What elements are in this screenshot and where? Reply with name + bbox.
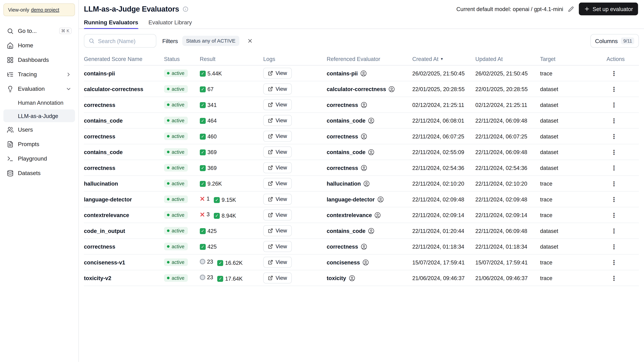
goto-button[interactable]: Go to... ⌘ K — [4, 24, 75, 38]
table-row[interactable]: contains_code active ✓369 View contains_… — [84, 144, 639, 160]
row-actions-button[interactable]: ⋮ — [607, 243, 621, 251]
sidebar-item-llm-as-a-judge[interactable]: LLM-as-a-Judge — [4, 109, 75, 122]
default-model-label: Current default model: openai / gpt-4.1-… — [456, 6, 563, 12]
column-header-generated-score-name[interactable]: Generated Score Name — [84, 56, 164, 62]
filter-chip-status-active[interactable]: Status any of ACTIVE — [182, 36, 239, 46]
table-row[interactable]: correctness active ✓341 View correctness… — [84, 97, 639, 113]
column-header-result[interactable]: Result — [200, 56, 264, 62]
sidebar-item-playground[interactable]: Playground — [4, 152, 75, 166]
search-icon — [7, 27, 14, 34]
view-logs-button[interactable]: View — [263, 99, 292, 110]
view-logs-button[interactable]: View — [263, 272, 292, 284]
view-logs-button[interactable]: View — [263, 194, 292, 205]
column-header-logs[interactable]: Logs — [263, 56, 327, 62]
info-icon[interactable] — [182, 6, 188, 12]
row-actions-button[interactable]: ⋮ — [607, 179, 621, 188]
referenced-evaluator-cell: correctness — [327, 133, 412, 139]
row-actions-button[interactable]: ⋮ — [607, 211, 621, 219]
sidebar-item-human-annotation[interactable]: Human Annotation — [4, 96, 75, 109]
generated-score-name: code_in_output — [84, 228, 164, 234]
row-actions-button[interactable]: ⋮ — [607, 85, 621, 93]
edit-default-model-button[interactable] — [568, 5, 575, 12]
sidebar-item-home[interactable]: Home — [4, 38, 75, 52]
view-logs-button[interactable]: View — [263, 241, 292, 252]
table-row[interactable]: conciseness-v1 active 23✓16.62K View con… — [84, 255, 639, 270]
sort-desc-icon: ▼ — [440, 57, 444, 61]
view-logs-button[interactable]: View — [263, 115, 292, 126]
updated-at-value: 22/01/2025, 20:28:55 — [475, 86, 540, 92]
table-row[interactable]: hallucination active ✓9.26K View halluci… — [84, 176, 639, 192]
result-count: 3 — [207, 211, 210, 218]
result-segment-error: 3 — [200, 211, 210, 218]
row-actions-button[interactable]: ⋮ — [607, 101, 621, 109]
user-circle-icon — [361, 164, 367, 171]
row-actions-button[interactable]: ⋮ — [607, 148, 621, 156]
view-logs-button[interactable]: View — [263, 83, 292, 94]
filters-button[interactable]: Filters Status any of ACTIVE — [162, 36, 240, 46]
table-row[interactable]: correctness active ✓460 View correctness… — [84, 129, 639, 144]
table-row[interactable]: contains-pii active ✓5.44K View contains… — [84, 65, 639, 81]
sidebar-item-datasets[interactable]: Datasets — [4, 166, 75, 180]
created-at-value: 22/11/2024, 06:07:25 — [412, 133, 475, 139]
updated-at-value: 22/11/2024, 02:09:48 — [475, 196, 540, 202]
clear-filters-button[interactable] — [245, 36, 255, 46]
sidebar-item-tracing[interactable]: Tracing — [4, 67, 75, 81]
table-row[interactable]: code_in_output active ✓425 View contains… — [84, 223, 639, 239]
columns-button[interactable]: Columns 9/11 — [590, 34, 639, 48]
playground-terminal-icon — [7, 155, 14, 162]
row-actions-button[interactable]: ⋮ — [607, 132, 621, 140]
view-logs-button[interactable]: View — [263, 131, 292, 142]
referenced-evaluator-cell: toxicity — [327, 275, 412, 281]
table-row[interactable]: correctness active ✓369 View correctness… — [84, 160, 639, 176]
view-label: View — [276, 149, 287, 155]
column-header-updated-at[interactable]: Updated At — [475, 56, 540, 62]
row-actions-button[interactable]: ⋮ — [607, 164, 621, 172]
row-actions-button[interactable]: ⋮ — [607, 69, 621, 77]
tab-running-evaluators[interactable]: Running Evaluators — [84, 16, 138, 29]
sidebar-item-evaluation[interactable]: Evaluation — [4, 82, 75, 96]
result-segment-success: ✓67 — [200, 86, 214, 92]
referenced-evaluator-name: correctness — [327, 243, 358, 250]
table-row[interactable]: contextrelevance active 3✓8.94K View con… — [84, 207, 639, 223]
sidebar-item-prompts[interactable]: Prompts — [4, 137, 75, 151]
view-logs-button[interactable]: View — [263, 209, 292, 221]
result-segment-success: ✓17.64K — [218, 276, 242, 282]
row-actions-button[interactable]: ⋮ — [607, 258, 621, 266]
row-actions-button[interactable]: ⋮ — [607, 274, 621, 282]
table-row[interactable]: calculator-correctness active ✓67 View c… — [84, 81, 639, 97]
table-row[interactable]: contains_code active ✓464 View contains_… — [84, 113, 639, 129]
row-actions-button[interactable]: ⋮ — [607, 116, 621, 125]
view-logs-button[interactable]: View — [263, 146, 292, 157]
row-actions-button[interactable]: ⋮ — [607, 227, 621, 235]
status-label: active — [172, 71, 184, 76]
table-row[interactable]: correctness active ✓425 View correctness… — [84, 239, 639, 255]
set-up-evaluator-button[interactable]: Set up evaluator — [579, 2, 638, 15]
column-header-target[interactable]: Target — [540, 56, 606, 62]
view-logs-button[interactable]: View — [263, 162, 292, 173]
referenced-evaluator: correctness — [327, 133, 367, 139]
row-actions-button[interactable]: ⋮ — [607, 195, 621, 203]
table-row[interactable]: toxicity-v2 active 23✓17.64K View toxici… — [84, 270, 639, 286]
table-row[interactable]: language-detector active 1✓9.15K View la… — [84, 192, 639, 207]
logs-cell: View — [263, 83, 327, 94]
referenced-evaluator: hallucination — [327, 180, 370, 187]
sidebar-item-dashboards[interactable]: Dashboards — [4, 53, 75, 67]
user-circle-icon — [360, 70, 367, 76]
created-at-label: Created At — [412, 56, 438, 62]
search-input[interactable] — [98, 38, 152, 44]
view-logs-button[interactable]: View — [263, 68, 292, 79]
result-cell: ✓67 — [200, 86, 264, 92]
view-logs-button[interactable]: View — [263, 225, 292, 236]
view-logs-button[interactable]: View — [263, 178, 292, 189]
column-header-referenced-evaluator[interactable]: Referenced Evaluator — [327, 56, 412, 62]
demo-project-link[interactable]: demo project — [31, 7, 59, 12]
users-icon — [7, 126, 14, 133]
sidebar-item-users[interactable]: Users — [4, 123, 75, 137]
view-only-label: View-only — [8, 7, 29, 12]
view-logs-button[interactable]: View — [263, 257, 292, 268]
column-header-created-at[interactable]: Created At ▼ — [412, 56, 475, 62]
search-icon — [88, 38, 94, 44]
user-circle-icon — [364, 180, 370, 187]
tab-evaluator-library[interactable]: Evaluator Library — [148, 16, 192, 29]
column-header-status[interactable]: Status — [164, 56, 200, 62]
